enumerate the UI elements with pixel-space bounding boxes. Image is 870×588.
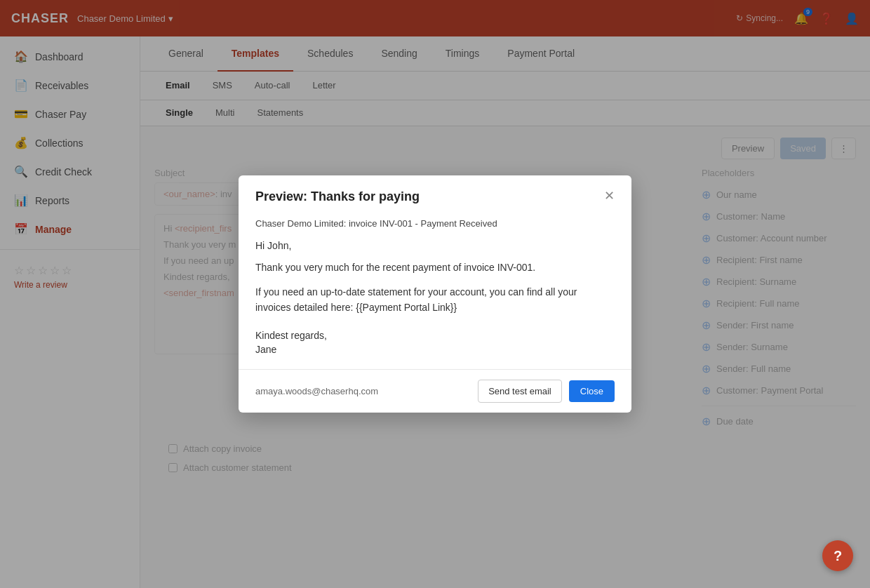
help-fab-button[interactable]: ?	[822, 540, 853, 571]
email-body2: If you need an up-to-date statement for …	[255, 284, 615, 316]
email-body1: Thank you very much for the recent payme…	[255, 260, 615, 275]
email-subject: Chaser Demo Limited: invoice INV-001 - P…	[255, 218, 615, 229]
preview-modal: Preview: Thanks for paying ✕ Chaser Demo…	[239, 175, 631, 412]
test-email-address: amaya.woods@chaserhq.com	[255, 386, 378, 396]
modal-body: Chaser Demo Limited: invoice INV-001 - P…	[239, 215, 631, 368]
email-greeting: Hi John,	[255, 240, 615, 251]
modal-overlay[interactable]: Preview: Thanks for paying ✕ Chaser Demo…	[0, 0, 870, 588]
modal-title: Preview: Thanks for paying	[255, 189, 420, 204]
modal-close-button[interactable]: ✕	[604, 189, 615, 202]
send-test-email-button[interactable]: Send test email	[478, 380, 562, 403]
modal-footer: amaya.woods@chaserhq.com Send test email…	[239, 369, 631, 413]
modal-header: Preview: Thanks for paying ✕	[239, 175, 631, 215]
email-closing: Kindest regards,	[255, 330, 615, 341]
email-signature: Jane	[255, 344, 615, 355]
close-modal-button[interactable]: Close	[569, 380, 615, 402]
